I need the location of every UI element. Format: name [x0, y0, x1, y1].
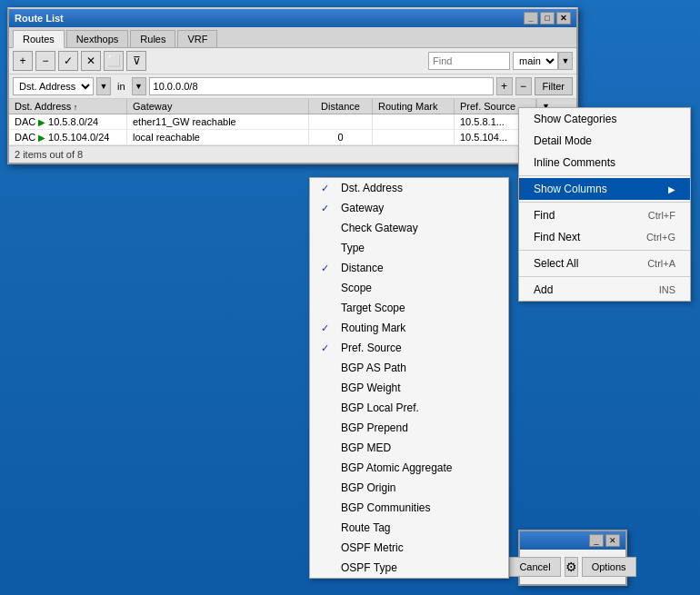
submenu-item-type[interactable]: Type [310, 238, 508, 258]
filter-in-arrow[interactable]: ▼ [132, 77, 146, 95]
submenu-item-label: OSPF Type [341, 561, 397, 574]
find-input[interactable] [428, 52, 510, 70]
table-row[interactable]: DAC ▶ 10.5.8.0/24 ether11_GW reachable 1… [9, 114, 576, 130]
submenu-item-bgp-med[interactable]: BGP MED [310, 438, 508, 458]
filter-value-input[interactable] [149, 77, 494, 95]
tab-nexthops[interactable]: Nexthops [66, 30, 128, 47]
close-button[interactable]: ✕ [556, 12, 571, 25]
header-dst-address[interactable]: Dst. Address [9, 99, 127, 114]
check-mark-icon: ✓ [321, 342, 334, 354]
menu-item-find-next[interactable]: Find Next Ctrl+G [519, 226, 690, 248]
submenu-item-dst.-address[interactable]: ✓Dst. Address [310, 178, 508, 198]
maximize-button[interactable]: □ [540, 12, 555, 25]
header-distance[interactable]: Distance [309, 99, 373, 114]
header-routing-mark[interactable]: Routing Mark [373, 99, 455, 114]
cancel-button[interactable]: Cancel [509, 557, 560, 577]
submenu-item-bgp-as-path[interactable]: BGP AS Path [310, 358, 508, 378]
options-gear-icon[interactable]: ⚙ [565, 557, 578, 577]
submenu-item-bgp-atomic-aggregate[interactable]: BGP Atomic Aggregate [310, 458, 508, 478]
filter-button[interactable]: Filter [535, 77, 573, 95]
remove-button[interactable]: − [35, 51, 55, 71]
minimize-button[interactable]: _ [524, 12, 538, 25]
menu-separator-1 [519, 175, 690, 176]
filter-icon-button[interactable]: ⊽ [126, 51, 146, 71]
submenu-item-ospf-metric[interactable]: OSPF Metric [310, 538, 508, 558]
title-bar-buttons: _ □ ✕ [524, 12, 571, 25]
status-text: 2 items out of 8 [15, 149, 83, 160]
check-mark-icon: ✓ [321, 183, 334, 194]
menu-item-add[interactable]: Add INS [519, 279, 690, 301]
copy-button[interactable]: ⬜ [104, 51, 124, 71]
row-arrow-2: ▶ [38, 133, 48, 143]
row-dst-2: 10.5.104.0/24 [48, 132, 109, 143]
filter-bar: Dst. Address ▼ in ▼ + − Filter [9, 74, 576, 99]
submenu-item-label: Dst. Address [341, 182, 403, 194]
bottom-title-buttons: _ ✕ [589, 534, 620, 547]
check-mark-icon: ✓ [321, 203, 334, 214]
submenu-item-distance[interactable]: ✓Distance [310, 258, 508, 278]
tab-vrf[interactable]: VRF [177, 30, 217, 47]
submenu-item-pref.-source[interactable]: ✓Pref. Source [310, 338, 508, 358]
context-menu: Show Categories Detail Mode Inline Comme… [518, 107, 691, 302]
bottom-title-bar: _ ✕ [520, 531, 625, 550]
cell-rm-1 [373, 114, 455, 129]
table-header: Dst. Address Gateway Distance Routing Ma… [9, 99, 576, 114]
tabs-bar: Routes Nexthops Rules VRF [9, 27, 576, 48]
submenu-item-scope[interactable]: Scope [310, 278, 508, 298]
options-button[interactable]: Options [582, 557, 636, 577]
submenu-item-gateway[interactable]: ✓Gateway [310, 198, 508, 218]
filter-field-arrow[interactable]: ▼ [96, 77, 111, 95]
menu-item-find[interactable]: Find Ctrl+F [519, 204, 690, 226]
submenu-item-bgp-origin[interactable]: BGP Origin [310, 478, 508, 498]
submenu-item-check-gateway[interactable]: Check Gateway [310, 218, 508, 238]
route-list-window: Route List _ □ ✕ Routes Nexthops Rules V… [7, 7, 578, 164]
main-select[interactable]: main [513, 52, 558, 70]
main-dropdown-arrow[interactable]: ▼ [558, 52, 573, 70]
submenu-item-ospf-type[interactable]: OSPF Type [310, 558, 508, 578]
uncheck-button[interactable]: ✕ [81, 51, 101, 71]
menu-separator-3 [519, 250, 690, 251]
submenu-item-target-scope[interactable]: Target Scope [310, 298, 508, 318]
filter-field-select[interactable]: Dst. Address [13, 77, 94, 95]
submenu-item-label: Routing Mark [341, 322, 405, 334]
row-arrow-1: ▶ [38, 117, 48, 127]
header-gateway[interactable]: Gateway [127, 99, 309, 114]
bottom-minimize-button[interactable]: _ [589, 534, 604, 547]
submenu-item-label: BGP Atomic Aggregate [341, 461, 453, 474]
submenu-item-bgp-weight[interactable]: BGP Weight [310, 378, 508, 398]
cell-gw-1: ether11_GW reachable [127, 114, 309, 129]
menu-item-detail-mode[interactable]: Detail Mode [519, 130, 690, 152]
submenu-item-label: BGP Communities [341, 501, 430, 514]
menu-item-select-all[interactable]: Select All Ctrl+A [519, 253, 690, 274]
submenu-item-label: Type [341, 242, 365, 254]
cell-dst-1: DAC ▶ 10.5.8.0/24 [9, 114, 127, 129]
submenu-item-routing-mark[interactable]: ✓Routing Mark [310, 318, 508, 338]
menu-item-show-categories[interactable]: Show Categories [519, 108, 690, 130]
submenu-item-label: BGP Origin [341, 481, 395, 494]
submenu-item-label: Scope [341, 282, 372, 294]
menu-item-inline-comments[interactable]: Inline Comments [519, 152, 690, 174]
submenu-item-label: Route Tag [341, 521, 391, 534]
submenu-item-bgp-communities[interactable]: BGP Communities [310, 498, 508, 518]
add-button[interactable]: + [13, 51, 33, 71]
submenu-item-label: Pref. Source [341, 342, 402, 354]
check-button[interactable]: ✓ [58, 51, 78, 71]
bottom-close-button[interactable]: ✕ [605, 534, 620, 547]
submenu-item-label: Target Scope [341, 302, 405, 314]
submenu-item-bgp-prepend[interactable]: BGP Prepend [310, 418, 508, 438]
cell-rm-2 [373, 130, 455, 144]
submenu-item-label: Distance [341, 262, 384, 274]
filter-remove-button[interactable]: − [515, 77, 532, 95]
tab-rules[interactable]: Rules [130, 30, 175, 47]
table-row[interactable]: DAC ▶ 10.5.104.0/24 local reachable 0 10… [9, 130, 576, 145]
menu-item-show-columns[interactable]: Show Columns ▶ [519, 178, 690, 200]
submenu-item-bgp-local-pref.[interactable]: BGP Local Pref. [310, 398, 508, 418]
check-mark-icon: ✓ [321, 322, 334, 334]
tab-routes[interactable]: Routes [13, 30, 65, 48]
submenu-item-label: BGP Weight [341, 382, 401, 394]
submenu-item-label: BGP MED [341, 441, 391, 454]
bottom-dialog-window: _ ✕ Cancel ⚙ Options [518, 530, 627, 586]
filter-add-button[interactable]: + [496, 77, 513, 95]
cell-gw-2: local reachable [127, 130, 309, 144]
submenu-item-route-tag[interactable]: Route Tag [310, 518, 508, 538]
